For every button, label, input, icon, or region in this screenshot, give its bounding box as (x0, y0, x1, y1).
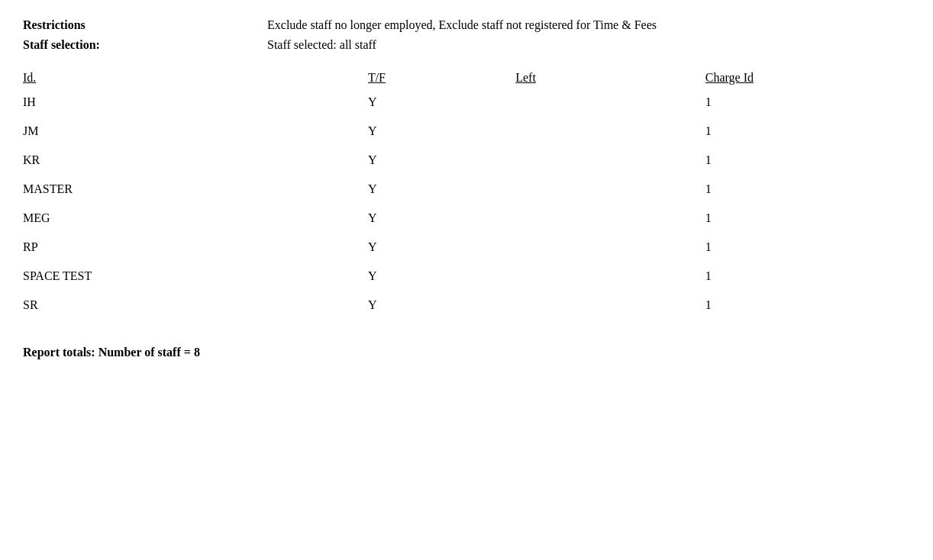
cell-charge-id: 1 (698, 236, 909, 265)
cell-left (508, 120, 698, 149)
header-tf: T/F (360, 69, 508, 91)
cell-id: SPACE TEST (23, 265, 360, 294)
cell-id: JM (23, 120, 360, 149)
table-row: MEGY1 (23, 207, 909, 236)
report-container: Restrictions Exclude staff no longer emp… (23, 15, 909, 359)
cell-tf: Y (360, 207, 508, 236)
table-row: MASTERY1 (23, 178, 909, 207)
restrictions-label: Restrictions (23, 15, 267, 35)
header-id: Id. (23, 69, 360, 91)
cell-left (508, 207, 698, 236)
cell-tf: Y (360, 120, 508, 149)
cell-left (508, 91, 698, 120)
table-row: JMY1 (23, 120, 909, 149)
cell-charge-id: 1 (698, 91, 909, 120)
cell-tf: Y (360, 178, 508, 207)
cell-tf: Y (360, 265, 508, 294)
table-row: KRY1 (23, 149, 909, 178)
cell-charge-id: 1 (698, 265, 909, 294)
cell-tf: Y (360, 294, 508, 323)
totals-label: Report totals: Number of staff = 8 (23, 346, 200, 359)
cell-left (508, 236, 698, 265)
cell-id: IH (23, 91, 360, 120)
cell-left (508, 149, 698, 178)
cell-left (508, 178, 698, 207)
cell-id: MEG (23, 207, 360, 236)
table-row: SRY1 (23, 294, 909, 323)
cell-left (508, 294, 698, 323)
staff-table: Id. T/F Left Charge Id IHY1JMY1KRY1MASTE… (23, 69, 909, 323)
table-row: SPACE TESTY1 (23, 265, 909, 294)
staff-selection-label: Staff selection: (23, 35, 267, 55)
cell-charge-id: 1 (698, 294, 909, 323)
metadata-section: Restrictions Exclude staff no longer emp… (23, 15, 909, 54)
totals-section: Report totals: Number of staff = 8 (23, 346, 909, 359)
staff-selection-value: Staff selected: all staff (267, 35, 909, 55)
cell-charge-id: 1 (698, 207, 909, 236)
cell-tf: Y (360, 236, 508, 265)
table-header-row: Id. T/F Left Charge Id (23, 69, 909, 91)
header-left: Left (508, 69, 698, 91)
table-row: RPY1 (23, 236, 909, 265)
cell-id: SR (23, 294, 360, 323)
cell-tf: Y (360, 91, 508, 120)
header-charge-id: Charge Id (698, 69, 909, 91)
cell-left (508, 265, 698, 294)
cell-charge-id: 1 (698, 120, 909, 149)
cell-id: KR (23, 149, 360, 178)
cell-id: RP (23, 236, 360, 265)
table-row: IHY1 (23, 91, 909, 120)
cell-id: MASTER (23, 178, 360, 207)
cell-charge-id: 1 (698, 149, 909, 178)
cell-tf: Y (360, 149, 508, 178)
restrictions-value: Exclude staff no longer employed, Exclud… (267, 15, 909, 35)
cell-charge-id: 1 (698, 178, 909, 207)
